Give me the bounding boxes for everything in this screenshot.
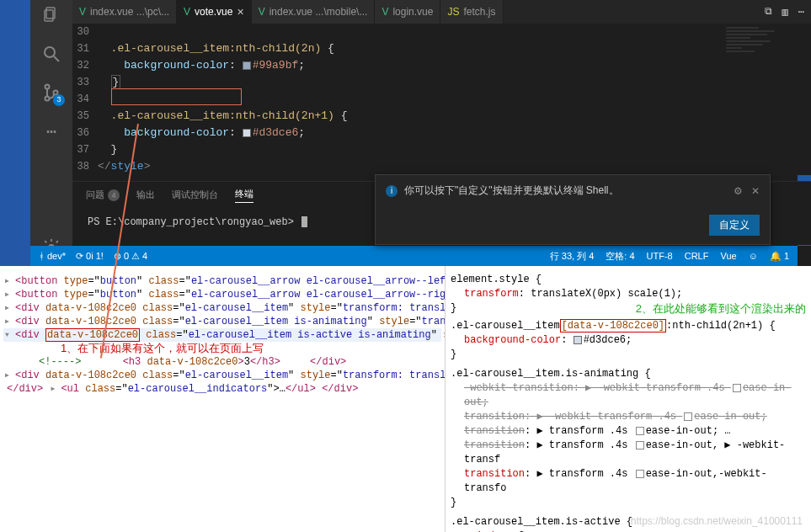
tab-actions: ⧉ ▥ ⋯	[758, 0, 811, 24]
status-bar: ᚼ dev* ⟳ 0i 1! ⊗ 0 ⚠ 4 行 33, 列 4 空格: 4 U…	[30, 246, 798, 266]
vue-icon: V	[259, 6, 265, 18]
tab-bar: Vindex.vue ...\pc\... Vvote.vue× Vindex.…	[72, 0, 811, 24]
vue-icon: V	[79, 6, 86, 18]
panel-tab-terminal[interactable]: 终端	[235, 188, 253, 203]
cursor-position[interactable]: 行 33, 列 4	[550, 250, 595, 263]
watermark: https://blog.csdn.net/weixin_41000111	[631, 515, 803, 527]
annotation-note-2: 2、在此处能够看到这个渲染出来的	[636, 301, 806, 316]
panel-tab-problems[interactable]: 问题4	[86, 189, 120, 201]
language-indicator[interactable]: Vue	[720, 251, 736, 261]
eol-indicator[interactable]: CRLF	[685, 251, 709, 261]
tab-vote[interactable]: Vvote.vue×	[177, 0, 252, 24]
bell-icon[interactable]: 🔔 1	[770, 251, 789, 262]
tab-login[interactable]: Vlogin.vue	[375, 0, 440, 24]
elements-panel[interactable]: <button type="button" class="el-carousel…	[0, 266, 445, 532]
line-gutter: 303132333435363738	[72, 24, 98, 175]
js-icon: JS	[447, 6, 459, 18]
annotation-box-selector	[111, 88, 242, 105]
more-icon[interactable]: ⋯	[40, 120, 63, 143]
info-icon: i	[386, 185, 397, 197]
svg-point-4	[45, 85, 50, 89]
feedback-icon[interactable]: ☺	[749, 251, 758, 261]
tab-index-pc[interactable]: Vindex.vue ...\pc\...	[72, 0, 177, 24]
color-swatch	[243, 129, 251, 137]
branch-indicator[interactable]: ᚼ dev*	[39, 251, 66, 261]
color-swatch	[243, 61, 251, 70]
svg-line-3	[54, 56, 59, 61]
indent-indicator[interactable]: 空格: 4	[606, 250, 634, 263]
more-actions-icon[interactable]: ⋯	[798, 6, 804, 19]
panel-tab-debug[interactable]: 调试控制台	[172, 189, 218, 201]
notification-toast: i 你可以按下"自定义"按钮并更换默认终端 Shell。 ⚙ ✕ 自定义	[375, 174, 771, 245]
toast-message: 你可以按下"自定义"按钮并更换默认终端 Shell。	[404, 184, 619, 198]
editor[interactable]: 303132333435363738 .el-carousel__item:nt…	[72, 24, 811, 175]
close-icon[interactable]: ×	[237, 5, 243, 19]
vue-icon: V	[184, 6, 190, 18]
search-icon[interactable]	[40, 42, 63, 66]
tab-index-mobile[interactable]: Vindex.vue ...\mobile\...	[252, 0, 376, 24]
split-icon[interactable]: ▥	[782, 6, 788, 19]
explorer-icon[interactable]	[40, 3, 63, 27]
styles-panel[interactable]: element.style { transform: translateX(0p…	[445, 266, 811, 532]
code-content[interactable]: .el-carousel__item:nth-child(2n) { backg…	[98, 24, 811, 175]
customize-button[interactable]: 自定义	[709, 215, 760, 236]
sync-indicator[interactable]: ⟳ 0i 1!	[76, 251, 104, 262]
minimap[interactable]	[723, 24, 811, 175]
vue-icon: V	[381, 6, 388, 18]
panel-tab-output[interactable]: 输出	[136, 189, 155, 201]
activity-bar: 3 ⋯ 1	[30, 0, 72, 266]
compare-icon[interactable]: ⧉	[765, 6, 772, 18]
source-control-icon[interactable]: 3	[40, 81, 63, 104]
scm-badge: 3	[53, 94, 65, 106]
devtools: <button type="button" class="el-carousel…	[0, 266, 811, 532]
svg-point-5	[45, 97, 50, 101]
close-icon[interactable]: ✕	[751, 185, 760, 197]
encoding-indicator[interactable]: UTF-8	[647, 251, 673, 261]
svg-point-2	[45, 47, 55, 57]
annotation-note-1: 1、在下面如果有这个，就可以在页面上写	[3, 342, 441, 355]
problems-indicator[interactable]: ⊗ 0 ⚠ 4	[114, 251, 147, 262]
tab-fetch[interactable]: JSfetch.js	[440, 0, 503, 24]
gear-icon[interactable]: ⚙	[734, 185, 743, 197]
